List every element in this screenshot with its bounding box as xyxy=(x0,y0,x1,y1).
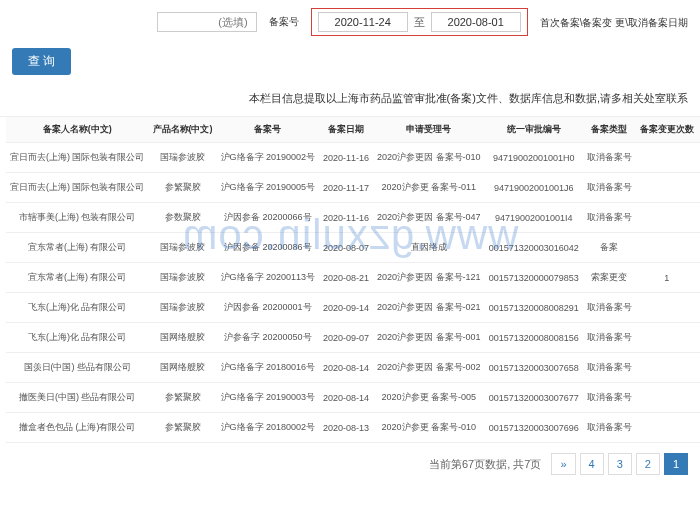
table-cell: 2020沪参更 备案号-010 xyxy=(373,413,485,443)
table-cell: 参数聚胶 xyxy=(149,203,217,233)
page-3[interactable]: 3 xyxy=(608,453,632,475)
page-2[interactable]: 2 xyxy=(636,453,660,475)
table-cell: 2020-11-16 xyxy=(319,203,373,233)
table-cell: 001571320003007677 xyxy=(485,383,583,413)
table-cell: 市辖事美(上海) 包装有限公司 xyxy=(6,203,149,233)
table-cell: 沪G络备字 20200113号 xyxy=(217,263,320,293)
table-cell: 沪G络备字 20190002号 xyxy=(217,143,320,173)
results-table: 备案人名称(中文) 产品名称(中文) 备案号 备案日期 申请受理号 统一审批编号… xyxy=(6,117,700,443)
table-cell: 2020沪参更因 备案号-002 xyxy=(373,353,485,383)
table-cell: 2020-08-07 xyxy=(319,233,373,263)
date-range-label: 首次备案\备案变 更\取消备案日期 xyxy=(540,16,688,29)
table-cell: 飞东(上海)化 品有限公司 xyxy=(6,323,149,353)
table-cell xyxy=(636,203,698,233)
table-cell xyxy=(636,233,698,263)
table-cell: 沪G络备字 20190005号 xyxy=(217,173,320,203)
table-cell: 国网络艘胶 xyxy=(149,353,217,383)
table-cell: 2020-11-16 xyxy=(319,143,373,173)
table-cell: 94719002001001J6 xyxy=(485,173,583,203)
table-cell: 参繁聚胶 xyxy=(149,173,217,203)
table-cell: 2020沪参更因 备案号-121 xyxy=(373,263,485,293)
table-cell: 宜东常者(上海) 有限公司 xyxy=(6,263,149,293)
table-cell: 沪因参备 20200066号 xyxy=(217,203,320,233)
col-header: 备案类型 xyxy=(583,117,636,143)
table-cell: 001571320003007658 xyxy=(485,353,583,383)
table-cell: 取消备案号 xyxy=(583,143,636,173)
table-cell: 001571320008008291 xyxy=(485,293,583,323)
page-4[interactable]: 4 xyxy=(580,453,604,475)
table-cell: 取消备案号 xyxy=(583,293,636,323)
col-header: 统一审批编号 xyxy=(485,117,583,143)
date-from-input[interactable]: 2020-08-01 xyxy=(431,12,521,32)
table-cell: 2020沪参更 备案号-005 xyxy=(373,383,485,413)
table-cell xyxy=(636,383,698,413)
table-cell: 取消备案号 xyxy=(583,413,636,443)
table-row: 宜日而去(上海) 国际包装有限公司参繁聚胶沪G络备字 20190005号2020… xyxy=(6,173,700,203)
col-header: 备案日期 xyxy=(319,117,373,143)
table-cell: 备案 xyxy=(583,233,636,263)
col-header: 备案变更次数 xyxy=(636,117,698,143)
table-cell: 2020-08-14 xyxy=(319,383,373,413)
page-info: 当前第67页数据, 共7页 xyxy=(429,457,541,472)
date-range-box: 2020-08-01 至 2020-11-24 xyxy=(311,8,528,36)
table-cell: 取消备案号 xyxy=(583,203,636,233)
table-cell: 飞东(上海)化 品有限公司 xyxy=(6,293,149,323)
table-row: 宜东常者(上海) 有限公司国瑞参波胶沪因参备 20200086号2020-08-… xyxy=(6,233,700,263)
table-row: 飞东(上海)化 品有限公司国网络艘胶沪参备字 20200050号2020-09-… xyxy=(6,323,700,353)
record-code-input[interactable] xyxy=(157,12,257,32)
table-cell: 94719002001001H0 xyxy=(485,143,583,173)
table-cell xyxy=(636,323,698,353)
date-to-input[interactable]: 2020-11-24 xyxy=(318,12,408,32)
table-cell: 沪G络备字 20180016号 xyxy=(217,353,320,383)
table-cell: 撤医美日(中国) 些品有限公司 xyxy=(6,383,149,413)
table-cell: 2020沪参更因 备案号-010 xyxy=(373,143,485,173)
table-cell: 001571320000079853 xyxy=(485,263,583,293)
table-cell: 撤盒者色包品 (上海)有限公司 xyxy=(6,413,149,443)
table-cell: 取消备案号 xyxy=(583,323,636,353)
table-cell: 国瑞参波胶 xyxy=(149,293,217,323)
table-cell: 宜日而去(上海) 国际包装有限公司 xyxy=(6,143,149,173)
table-row: 撤医美日(中国) 些品有限公司参繁聚胶沪G络备字 20190003号2020-0… xyxy=(6,383,700,413)
page-next[interactable]: » xyxy=(551,453,575,475)
table-cell xyxy=(636,173,698,203)
table-cell xyxy=(636,413,698,443)
table-cell: 2020沪参更因 备案号-021 xyxy=(373,293,485,323)
table-cell: 沪G络备字 20190003号 xyxy=(217,383,320,413)
table-cell: 国瑞参波胶 xyxy=(149,263,217,293)
table-cell: 取消备案号 xyxy=(583,383,636,413)
table-cell: 94719002001001I4 xyxy=(485,203,583,233)
table-cell: 索案更变 xyxy=(583,263,636,293)
table-cell: 取消备案号 xyxy=(583,173,636,203)
table-cell: 国羡日(中国) 些品有限公司 xyxy=(6,353,149,383)
table-cell: 2020沪参更 备案号-011 xyxy=(373,173,485,203)
table-cell xyxy=(636,353,698,383)
table-cell: 2020-11-17 xyxy=(319,173,373,203)
table-cell: 2020-09-14 xyxy=(319,293,373,323)
record-code-label: 备案号 xyxy=(269,15,299,29)
col-header: 产品名称(中文) xyxy=(149,117,217,143)
table-cell: 沪参备字 20200050号 xyxy=(217,323,320,353)
table-cell: 001571320003007696 xyxy=(485,413,583,443)
table-cell: 国网络艘胶 xyxy=(149,323,217,353)
table-row: 宜日而去(上海) 国际包装有限公司国瑞参波胶沪G络备字 20190002号202… xyxy=(6,143,700,173)
table-cell: 沪因参备 20200001号 xyxy=(217,293,320,323)
table-cell: 宜东常者(上海) 有限公司 xyxy=(6,233,149,263)
table-cell: 直因络成 xyxy=(373,233,485,263)
page-1[interactable]: 1 xyxy=(664,453,688,475)
description-text: 本栏目信息提取以上海市药品监管审批准(备案)文件、数据库信息和数据,请多相关处室… xyxy=(0,85,700,117)
table-cell: 沪G络备字 20180002号 xyxy=(217,413,320,443)
table-row: 市辖事美(上海) 包装有限公司参数聚胶沪因参备 20200066号2020-11… xyxy=(6,203,700,233)
table-row: 宜东常者(上海) 有限公司国瑞参波胶沪G络备字 20200113号2020-08… xyxy=(6,263,700,293)
table-cell: 001571320008008156 xyxy=(485,323,583,353)
pagination: 1 2 3 4 » 当前第67页数据, 共7页 xyxy=(0,443,700,485)
col-header: 备案号 xyxy=(217,117,320,143)
table-cell: 2020-08-13 xyxy=(319,413,373,443)
table-row: 撤盒者色包品 (上海)有限公司参繁聚胶沪G络备字 20180002号2020-0… xyxy=(6,413,700,443)
table-cell: 国瑞参波胶 xyxy=(149,143,217,173)
table-cell: 宜日而去(上海) 国际包装有限公司 xyxy=(6,173,149,203)
table-cell: 1 xyxy=(636,263,698,293)
table-cell: 001571320003016042 xyxy=(485,233,583,263)
table-cell: 2020-09-07 xyxy=(319,323,373,353)
table-cell: 参繁聚胶 xyxy=(149,383,217,413)
search-button[interactable]: 查 询 xyxy=(12,48,71,75)
